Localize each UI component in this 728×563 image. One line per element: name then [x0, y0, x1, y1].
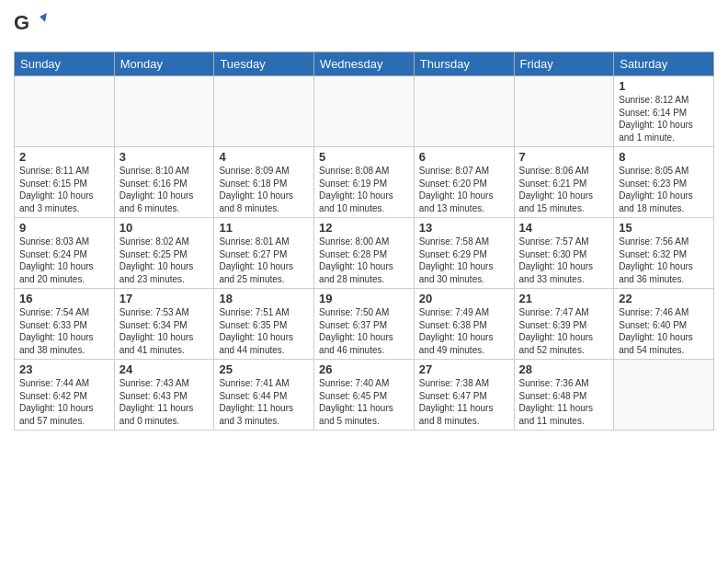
day-number: 11: [219, 221, 309, 235]
week-row-1: 1Sunrise: 8:12 AM Sunset: 6:14 PM Daylig…: [15, 76, 714, 147]
day-number: 25: [219, 362, 309, 376]
day-header-thursday: Thursday: [414, 52, 514, 76]
calendar-cell: 8Sunrise: 8:05 AM Sunset: 6:23 PM Daylig…: [614, 147, 714, 218]
day-number: 21: [519, 292, 609, 305]
day-info: Sunrise: 8:06 AM Sunset: 6:21 PM Dayligh…: [519, 165, 609, 214]
calendar-cell: 14Sunrise: 7:57 AM Sunset: 6:30 PM Dayli…: [514, 218, 614, 289]
day-info: Sunrise: 8:08 AM Sunset: 6:19 PM Dayligh…: [319, 165, 409, 214]
day-info: Sunrise: 7:46 AM Sunset: 6:40 PM Dayligh…: [619, 306, 709, 356]
calendar-cell: [614, 360, 714, 431]
day-number: 12: [319, 221, 409, 235]
day-number: 9: [19, 221, 109, 235]
day-number: 24: [119, 362, 210, 376]
day-info: Sunrise: 8:02 AM Sunset: 6:25 PM Dayligh…: [119, 236, 210, 285]
calendar-cell: 10Sunrise: 8:02 AM Sunset: 6:25 PM Dayli…: [114, 218, 214, 289]
day-header-wednesday: Wednesday: [314, 52, 415, 76]
calendar-cell: 19Sunrise: 7:50 AM Sunset: 6:37 PM Dayli…: [314, 289, 415, 360]
calendar-cell: 7Sunrise: 8:06 AM Sunset: 6:21 PM Daylig…: [514, 147, 614, 218]
day-info: Sunrise: 7:58 AM Sunset: 6:29 PM Dayligh…: [419, 236, 509, 285]
calendar-cell: 2Sunrise: 8:11 AM Sunset: 6:15 PM Daylig…: [15, 147, 115, 218]
day-number: 17: [119, 292, 210, 305]
calendar-cell: 24Sunrise: 7:43 AM Sunset: 6:43 PM Dayli…: [114, 360, 214, 431]
day-info: Sunrise: 8:07 AM Sunset: 6:20 PM Dayligh…: [419, 165, 509, 214]
calendar-cell: 9Sunrise: 8:03 AM Sunset: 6:24 PM Daylig…: [15, 218, 115, 289]
calendar-cell: 13Sunrise: 7:58 AM Sunset: 6:29 PM Dayli…: [414, 218, 514, 289]
day-info: Sunrise: 7:43 AM Sunset: 6:43 PM Dayligh…: [119, 377, 210, 427]
calendar-cell: [314, 76, 415, 147]
calendar-cell: 12Sunrise: 8:00 AM Sunset: 6:28 PM Dayli…: [314, 218, 415, 289]
calendar-cell: 1Sunrise: 8:12 AM Sunset: 6:14 PM Daylig…: [614, 76, 714, 147]
day-header-monday: Monday: [114, 52, 214, 76]
day-header-saturday: Saturday: [614, 52, 714, 76]
day-info: Sunrise: 7:40 AM Sunset: 6:45 PM Dayligh…: [319, 377, 409, 427]
day-info: Sunrise: 7:54 AM Sunset: 6:33 PM Dayligh…: [19, 306, 109, 356]
day-info: Sunrise: 8:09 AM Sunset: 6:18 PM Dayligh…: [219, 165, 309, 214]
day-number: 15: [619, 221, 709, 235]
day-info: Sunrise: 7:50 AM Sunset: 6:37 PM Dayligh…: [319, 306, 409, 356]
calendar-cell: [15, 76, 115, 147]
calendar-cell: [514, 76, 614, 147]
day-info: Sunrise: 8:12 AM Sunset: 6:14 PM Dayligh…: [619, 94, 709, 144]
day-header-tuesday: Tuesday: [214, 52, 314, 76]
day-number: 4: [219, 150, 309, 164]
day-number: 13: [419, 221, 509, 235]
day-info: Sunrise: 8:05 AM Sunset: 6:23 PM Dayligh…: [619, 165, 709, 214]
calendar-cell: [414, 76, 514, 147]
day-info: Sunrise: 7:56 AM Sunset: 6:32 PM Dayligh…: [619, 236, 709, 285]
week-row-4: 16Sunrise: 7:54 AM Sunset: 6:33 PM Dayli…: [15, 289, 714, 360]
page-header: G: [14, 9, 714, 42]
day-header-sunday: Sunday: [15, 52, 115, 76]
day-number: 2: [19, 150, 109, 164]
day-number: 18: [219, 292, 309, 305]
calendar-header: SundayMondayTuesdayWednesdayThursdayFrid…: [15, 52, 714, 76]
day-info: Sunrise: 7:36 AM Sunset: 6:48 PM Dayligh…: [519, 377, 609, 427]
calendar-cell: 23Sunrise: 7:44 AM Sunset: 6:42 PM Dayli…: [15, 360, 115, 431]
day-number: 26: [319, 362, 409, 376]
day-info: Sunrise: 8:10 AM Sunset: 6:16 PM Dayligh…: [119, 165, 210, 214]
calendar-table: SundayMondayTuesdayWednesdayThursdayFrid…: [14, 52, 714, 431]
day-info: Sunrise: 7:41 AM Sunset: 6:44 PM Dayligh…: [219, 377, 309, 427]
day-info: Sunrise: 7:51 AM Sunset: 6:35 PM Dayligh…: [219, 306, 309, 356]
day-number: 3: [119, 150, 210, 164]
day-info: Sunrise: 8:03 AM Sunset: 6:24 PM Dayligh…: [19, 236, 109, 285]
day-number: 22: [619, 292, 709, 305]
day-info: Sunrise: 7:57 AM Sunset: 6:30 PM Dayligh…: [519, 236, 609, 285]
calendar-cell: 21Sunrise: 7:47 AM Sunset: 6:39 PM Dayli…: [514, 289, 614, 360]
week-row-3: 9Sunrise: 8:03 AM Sunset: 6:24 PM Daylig…: [15, 218, 714, 289]
calendar-cell: 6Sunrise: 8:07 AM Sunset: 6:20 PM Daylig…: [414, 147, 514, 218]
calendar-cell: 22Sunrise: 7:46 AM Sunset: 6:40 PM Dayli…: [614, 289, 714, 360]
calendar-cell: 18Sunrise: 7:51 AM Sunset: 6:35 PM Dayli…: [214, 289, 314, 360]
day-number: 6: [419, 150, 509, 164]
day-info: Sunrise: 7:44 AM Sunset: 6:42 PM Dayligh…: [19, 377, 109, 427]
logo: G: [14, 9, 51, 42]
calendar-cell: 20Sunrise: 7:49 AM Sunset: 6:38 PM Dayli…: [414, 289, 514, 360]
calendar-cell: 11Sunrise: 8:01 AM Sunset: 6:27 PM Dayli…: [214, 218, 314, 289]
day-number: 19: [319, 292, 409, 305]
day-number: 28: [519, 362, 609, 376]
logo-icon: G: [14, 9, 47, 42]
calendar-cell: 17Sunrise: 7:53 AM Sunset: 6:34 PM Dayli…: [114, 289, 214, 360]
day-number: 1: [619, 79, 709, 93]
week-row-2: 2Sunrise: 8:11 AM Sunset: 6:15 PM Daylig…: [15, 147, 714, 218]
calendar-body: 1Sunrise: 8:12 AM Sunset: 6:14 PM Daylig…: [15, 76, 714, 431]
calendar-cell: [114, 76, 214, 147]
calendar-cell: [214, 76, 314, 147]
calendar-cell: 16Sunrise: 7:54 AM Sunset: 6:33 PM Dayli…: [15, 289, 115, 360]
day-number: 20: [419, 292, 509, 305]
day-number: 10: [119, 221, 210, 235]
day-info: Sunrise: 8:00 AM Sunset: 6:28 PM Dayligh…: [319, 236, 409, 285]
day-info: Sunrise: 7:38 AM Sunset: 6:47 PM Dayligh…: [419, 377, 509, 427]
day-number: 16: [19, 292, 109, 305]
day-number: 7: [519, 150, 609, 164]
day-info: Sunrise: 8:01 AM Sunset: 6:27 PM Dayligh…: [219, 236, 309, 285]
calendar-cell: 25Sunrise: 7:41 AM Sunset: 6:44 PM Dayli…: [214, 360, 314, 431]
calendar-cell: 5Sunrise: 8:08 AM Sunset: 6:19 PM Daylig…: [314, 147, 415, 218]
week-row-5: 23Sunrise: 7:44 AM Sunset: 6:42 PM Dayli…: [15, 360, 714, 431]
calendar-cell: 26Sunrise: 7:40 AM Sunset: 6:45 PM Dayli…: [314, 360, 415, 431]
day-header-friday: Friday: [514, 52, 614, 76]
day-number: 14: [519, 221, 609, 235]
day-info: Sunrise: 7:49 AM Sunset: 6:38 PM Dayligh…: [419, 306, 509, 356]
day-number: 5: [319, 150, 409, 164]
calendar-cell: 27Sunrise: 7:38 AM Sunset: 6:47 PM Dayli…: [414, 360, 514, 431]
day-number: 23: [19, 362, 109, 376]
